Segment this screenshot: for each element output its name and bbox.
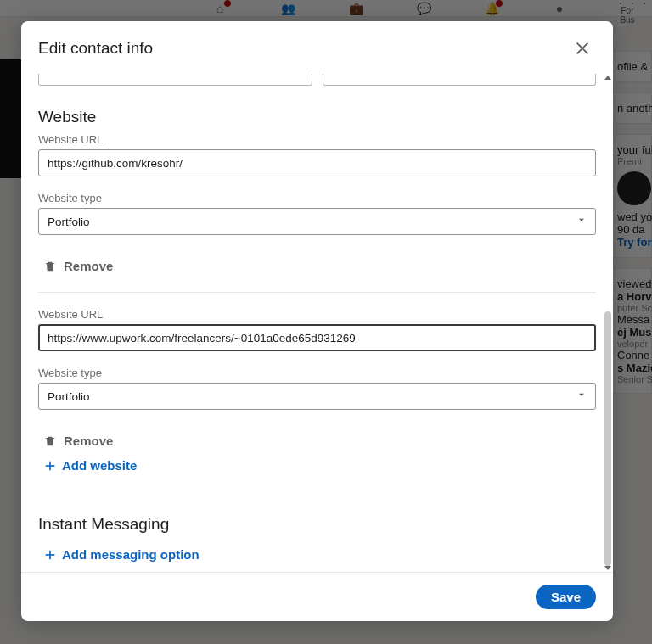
close-button[interactable] (569, 35, 596, 62)
website-url-input[interactable] (38, 149, 596, 176)
website-url-input[interactable] (38, 324, 596, 351)
trash-icon (43, 434, 57, 448)
website-entry: Website URL Website type Portfolio (38, 308, 596, 491)
clipped-fields-above (38, 74, 596, 86)
scroll-thumb[interactable] (604, 311, 611, 566)
trash-icon (43, 260, 57, 273)
website-url-label: Website URL (38, 133, 596, 146)
website-type-select[interactable]: Portfolio (38, 383, 596, 410)
add-website-label: Add website (62, 458, 137, 473)
close-icon (573, 39, 592, 58)
im-section-heading: Instant Messaging (38, 515, 596, 534)
website-url-field: Website URL (38, 308, 596, 351)
modal-title: Edit contact info (38, 39, 153, 58)
website-url-field: Website URL (38, 133, 596, 176)
modal-header: Edit contact info (21, 21, 613, 74)
remove-label: Remove (64, 259, 113, 273)
remove-label: Remove (64, 434, 113, 448)
add-messaging-button[interactable]: Add messaging option (38, 544, 205, 565)
website-type-field: Website type Portfolio (38, 367, 596, 410)
save-button[interactable]: Save (536, 585, 596, 609)
website-section-heading: Website (38, 108, 596, 126)
scroll-down-icon[interactable] (604, 566, 611, 570)
website-type-select[interactable]: Portfolio (38, 208, 596, 235)
remove-website-button[interactable]: Remove (38, 430, 118, 451)
modal-body[interactable]: Website Website URL Website type Portfol… (21, 74, 613, 572)
website-type-label: Website type (38, 367, 596, 379)
website-url-label: Website URL (38, 308, 596, 321)
scroll-up-icon[interactable] (604, 76, 611, 80)
website-type-label: Website type (38, 192, 596, 204)
website-type-field: Website type Portfolio (38, 192, 596, 235)
divider (38, 292, 596, 293)
edit-contact-modal: Edit contact info Website Website URL (21, 21, 613, 621)
scrollbar[interactable] (603, 74, 613, 572)
modal-footer: Save (21, 572, 613, 621)
plus-icon (43, 548, 57, 562)
plus-icon (43, 459, 57, 473)
add-messaging-label: Add messaging option (62, 547, 200, 562)
clipped-field-right[interactable] (323, 74, 597, 86)
add-website-button[interactable]: Add website (38, 455, 142, 476)
clipped-field-left[interactable] (38, 74, 312, 86)
website-entry: Website URL Website type Portfolio (38, 133, 596, 292)
remove-website-button[interactable]: Remove (38, 255, 118, 277)
